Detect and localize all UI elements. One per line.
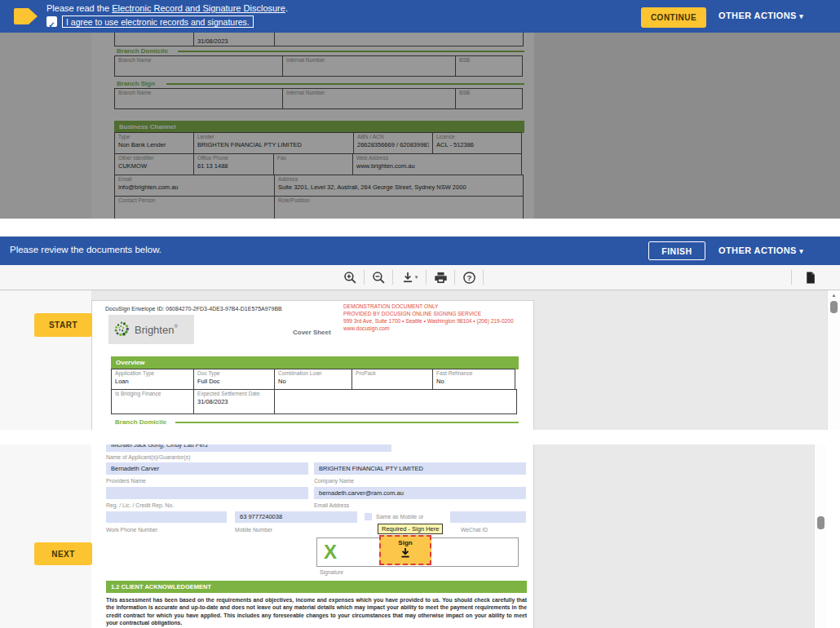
cell-value: Loan xyxy=(115,378,190,385)
dim-overlay xyxy=(0,33,840,219)
field-label: Mobile Number xyxy=(235,527,272,533)
document-page: DocuSign Envelope ID: 06084270-2FD3-4DE3… xyxy=(91,300,534,430)
help-button[interactable]: ? xyxy=(455,269,483,285)
cell-value: No xyxy=(436,378,511,385)
other-actions-button[interactable]: OTHER ACTIONS ▾ xyxy=(718,245,803,255)
other-actions-label: OTHER ACTIONS xyxy=(718,11,797,20)
company-name-field[interactable]: BRIGHTEN FINANCIAL PTY LIMITED xyxy=(314,462,526,475)
document-page: Michael Jack Gong, Cindy Lau Perz Name o… xyxy=(91,444,534,628)
chevron-down-icon: ▾ xyxy=(415,274,418,281)
field-label: Name of Applicant(s)/Guarantor(s) xyxy=(106,454,191,461)
sign-here-tooltip: Required - Sign Here xyxy=(378,524,443,534)
cell-label: Combination Loan xyxy=(278,370,348,377)
table-cell: Combination LoanNo xyxy=(274,369,352,390)
envelope-id: DocuSign Envelope ID: 06084270-2FD3-4DE3… xyxy=(105,306,282,312)
field-label: Providers Name xyxy=(106,478,146,484)
field-label: Company Name xyxy=(314,478,354,484)
cell-label: ProPack xyxy=(356,370,429,377)
clipped-field-text: Michael Jack Gong, Cindy Lau Perz xyxy=(111,444,391,450)
overview-header: Overview xyxy=(111,356,519,369)
scroll-up-arrow[interactable]: ▲ xyxy=(828,290,840,298)
agree-label: I agree to use electronic records and si… xyxy=(62,15,254,28)
toolbar-divider xyxy=(483,270,484,285)
scrollbar-track[interactable]: ▲ xyxy=(827,290,840,430)
demo-line: 999 3rd Ave, Suite 1700 • Seattle • Wash… xyxy=(343,317,533,325)
table-cell: Fast RefinanceNo xyxy=(432,369,515,390)
table-row: Application TypeLoan Doc TypeFull Doc Co… xyxy=(111,369,515,390)
scrollbar-thumb[interactable] xyxy=(817,516,825,529)
download-button[interactable]: ▾ xyxy=(393,269,426,285)
mobile-number-field[interactable]: 63 9777240038 xyxy=(235,511,357,523)
applicants-names-field[interactable]: Michael Jack Gong, Cindy Lau Perz xyxy=(106,444,391,452)
sign-arrow-icon xyxy=(400,547,411,559)
start-tag-button[interactable]: START xyxy=(34,313,92,337)
sign-tag-label: Sign xyxy=(381,539,430,546)
same-as-mobile-checkbox[interactable] xyxy=(365,513,372,520)
cell-label: Application Type xyxy=(115,370,190,377)
chevron-down-icon: ▾ xyxy=(799,12,803,20)
other-actions-button[interactable]: OTHER ACTIONS ▾ xyxy=(718,11,803,20)
field-label: WeChat ID xyxy=(461,527,488,533)
field-label: Work Phone Number xyxy=(106,527,157,533)
cover-sheet-label: Cover Sheet xyxy=(293,329,331,336)
signature-label: Signature xyxy=(320,569,343,576)
review-section: Please review the documents below. FINIS… xyxy=(0,237,840,430)
credit-rep-field[interactable] xyxy=(106,487,308,499)
disclosure-text-prefix: Please read the xyxy=(46,3,112,13)
branch-domicile-title: Branch Domicile xyxy=(115,418,166,426)
document-toolbar: ▾ ? xyxy=(0,265,840,290)
signing-section: Michael Jack Gong, Cindy Lau Perz Name o… xyxy=(0,444,840,628)
table-cell: Doc TypeFull Doc xyxy=(193,369,275,390)
same-as-mobile-label: Same as Mobile or xyxy=(376,514,423,520)
agree-checkbox[interactable]: ✓ xyxy=(46,16,57,27)
cell-label: Is Bridging Finance xyxy=(115,391,190,397)
providers-name-field[interactable]: Bernadeth Carver xyxy=(106,462,308,475)
branch-domicile-rule xyxy=(175,422,519,423)
scrollbar-track[interactable] xyxy=(814,444,827,628)
table-cell: Expected Settlement Date31/08/2023 xyxy=(193,389,275,414)
demo-line: PROVIDED BY DOCUSIGN ONLINE SIGNING SERV… xyxy=(343,310,533,317)
right-margin xyxy=(827,444,840,628)
signature-x-mark: X xyxy=(324,539,337,565)
sign-tag-button[interactable]: Sign xyxy=(379,535,431,565)
print-button[interactable] xyxy=(427,269,454,285)
wechat-id-field[interactable] xyxy=(450,511,526,523)
cell-value: 31/08/2023 xyxy=(197,398,271,405)
cell-label: Doc Type xyxy=(197,370,271,377)
pointer-arrow-icon xyxy=(14,8,38,24)
brand-name: Brighten xyxy=(135,324,174,336)
scrollbar-thumb[interactable] xyxy=(830,301,838,313)
acknowledgement-body: This assessment has been based on the re… xyxy=(106,596,527,627)
disclosure-section: 31/08/2023 Branch Domicile Branch Name I… xyxy=(0,0,840,219)
field-label: Reg. / Lic. / Credit Rep. No. xyxy=(106,502,174,509)
disclosure-message: Please read the Electronic Record and Si… xyxy=(46,3,288,13)
brighten-logo: Brighten ® xyxy=(108,315,194,344)
svg-text:?: ? xyxy=(466,272,471,281)
left-rail xyxy=(0,290,91,430)
check-icon: ✓ xyxy=(48,20,55,29)
page-thumbnails-button[interactable] xyxy=(796,269,824,285)
continue-button[interactable]: CONTINUE xyxy=(641,7,706,28)
review-bar: Please review the documents below. FINIS… xyxy=(0,237,840,265)
work-phone-field[interactable] xyxy=(106,511,227,523)
cell-value: No xyxy=(278,378,348,385)
review-message: Please review the documents below. xyxy=(10,245,161,254)
disclosure-text-suffix: . xyxy=(285,3,288,13)
finish-button[interactable]: FINISH xyxy=(648,241,705,260)
table-cell: Application TypeLoan xyxy=(111,369,194,390)
table-cell xyxy=(274,389,517,414)
zoom-in-button[interactable] xyxy=(336,269,364,285)
email-field[interactable]: bernadeth.carver@ram.com.au xyxy=(314,487,526,499)
zoom-out-button[interactable] xyxy=(365,269,392,285)
disclosure-link[interactable]: Electronic Record and Signature Disclosu… xyxy=(112,3,285,13)
other-actions-label: OTHER ACTIONS xyxy=(718,245,797,255)
demo-line: www.docusign.com xyxy=(343,325,533,332)
toolbar-divider xyxy=(791,270,792,285)
demo-line: DEMONSTRATION DOCUMENT ONLY xyxy=(343,303,533,310)
next-tag-button[interactable]: NEXT xyxy=(34,542,92,565)
cell-value: Full Doc xyxy=(197,378,271,385)
disclosure-bar: Please read the Electronic Record and Si… xyxy=(0,0,840,33)
toolbar-icons: ▾ ? xyxy=(336,269,484,285)
brand-registered-mark: ® xyxy=(174,324,177,329)
table-cell: ProPack xyxy=(351,369,433,390)
